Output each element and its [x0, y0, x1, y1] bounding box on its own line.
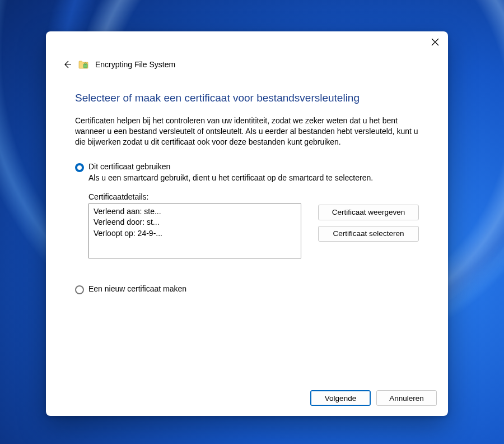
- cancel-button[interactable]: Annuleren: [376, 390, 437, 406]
- radio-use-this-certificate-sub: Als u een smartcard gebruikt, dient u he…: [88, 173, 419, 182]
- wizard-title: Encrypting File System: [95, 60, 175, 69]
- cert-issued-by: Verleend door: st...: [94, 217, 296, 228]
- radio-use-this-certificate[interactable]: [75, 163, 84, 172]
- efs-folder-icon: [78, 59, 88, 70]
- close-icon[interactable]: [430, 37, 440, 47]
- page-title: Selecteer of maak een certificaat voor b…: [75, 92, 419, 104]
- desktop-wallpaper: Encrypting File System Selecteer of maak…: [0, 0, 504, 444]
- radio-create-new-certificate-label: Een nieuw certificaat maken: [88, 284, 186, 293]
- select-certificate-button[interactable]: Certificaat selecteren: [318, 226, 419, 242]
- certificate-details-label: Certificaatdetails:: [88, 192, 305, 201]
- radio-create-new-certificate[interactable]: [75, 285, 84, 294]
- radio-use-this-certificate-label: Dit certificaat gebruiken: [88, 162, 170, 171]
- wizard-dialog: Encrypting File System Selecteer of maak…: [46, 31, 448, 416]
- view-certificate-button[interactable]: Certificaat weergeven: [318, 205, 419, 220]
- next-button[interactable]: Volgende: [310, 390, 371, 406]
- back-arrow-icon[interactable]: [63, 60, 72, 69]
- cert-issued-to: Verleend aan: ste...: [94, 206, 296, 218]
- cert-expires-on: Verloopt op: 24-9-...: [94, 228, 296, 239]
- intro-text: Certificaten helpen bij het controleren …: [75, 115, 419, 147]
- certificate-details-box: Verleend aan: ste... Verleend door: st..…: [88, 203, 301, 258]
